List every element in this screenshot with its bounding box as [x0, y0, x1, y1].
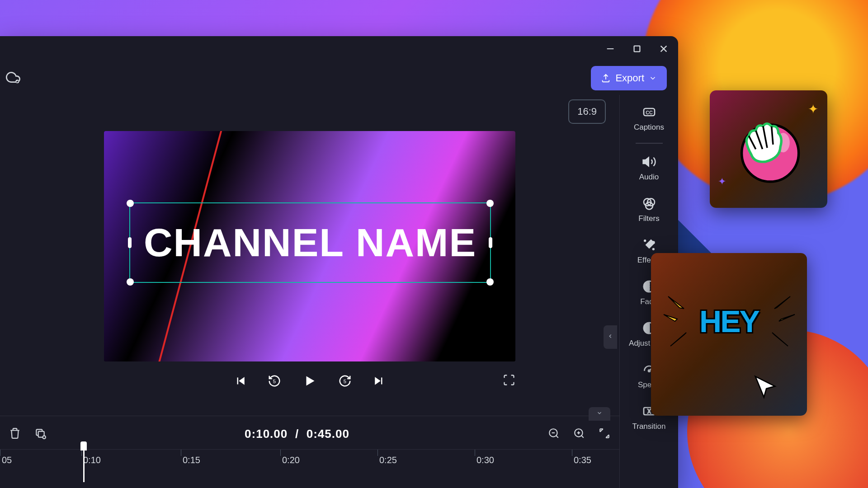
sidebar-item-filters[interactable]: Filters — [620, 191, 678, 229]
delete-button[interactable] — [9, 427, 21, 441]
preview-canvas[interactable]: CHANNEL NAME — [104, 131, 515, 361]
svg-marker-41 — [670, 333, 686, 346]
video-editor-window: Export 16:9 CHANNEL NAME — [0, 36, 678, 488]
zoom-out-button[interactable] — [548, 427, 560, 441]
export-label: Export — [615, 72, 644, 84]
maximize-button[interactable] — [632, 43, 642, 54]
ruler-tick-label: 0:25 — [379, 455, 397, 465]
resize-handle-mr[interactable] — [489, 237, 492, 248]
rewind-5-button[interactable]: 5 — [268, 374, 281, 388]
text-element-selected[interactable]: CHANNEL NAME — [129, 202, 491, 283]
resize-handle-br[interactable] — [486, 278, 494, 286]
sparkle-icon: ✦ — [718, 176, 726, 188]
sidebar-item-captions[interactable]: CC Captions — [620, 99, 678, 137]
hey-sticker-text: HEY — [699, 304, 759, 339]
ruler-tick-label: 0:20 — [282, 455, 300, 465]
aspect-ratio-button[interactable]: 16:9 — [568, 99, 606, 124]
ruler-tick-label: 0:35 — [574, 455, 591, 465]
svg-point-26 — [644, 240, 646, 241]
timeline-collapse-button[interactable] — [589, 407, 610, 421]
preview-area: 16:9 CHANNEL NAME 5 — [0, 95, 619, 416]
svg-point-28 — [652, 242, 654, 244]
skip-end-button[interactable] — [372, 374, 386, 388]
fullscreen-button[interactable] — [503, 374, 515, 388]
svg-text:5: 5 — [344, 379, 346, 384]
svg-marker-22 — [643, 158, 648, 166]
svg-text:CC: CC — [646, 110, 653, 115]
resize-handle-tl[interactable] — [127, 200, 134, 207]
svg-text:5: 5 — [273, 379, 276, 384]
sparkle-icon: ✦ — [808, 102, 818, 117]
cursor-icon — [750, 373, 780, 402]
svg-point-27 — [653, 249, 654, 250]
skip-start-button[interactable] — [234, 374, 247, 388]
timecode: 0:10.00 / 0:45.00 — [245, 427, 349, 441]
svg-marker-42 — [772, 333, 788, 346]
fit-timeline-button[interactable] — [599, 427, 610, 441]
resize-handle-bl[interactable] — [127, 278, 134, 286]
cloud-sync-icon[interactable] — [6, 70, 20, 86]
svg-marker-39 — [779, 314, 795, 321]
ruler-tick-label: 05 — [2, 455, 12, 465]
export-button[interactable]: Export — [591, 66, 667, 90]
close-button[interactable] — [658, 43, 669, 54]
canvas-text: CHANNEL NAME — [144, 220, 476, 266]
resize-handle-tr[interactable] — [486, 200, 494, 207]
svg-marker-37 — [664, 314, 677, 321]
svg-rect-1 — [634, 46, 640, 52]
titlebar — [0, 36, 678, 61]
zoom-in-button[interactable] — [573, 427, 585, 441]
timeline: 0:10.00 / 0:45.00 050:100:150:200:250:30… — [0, 416, 619, 488]
timeline-ruler[interactable]: 050:100:150:200:250:300:35 — [0, 449, 619, 476]
toolbar: Export — [0, 61, 678, 95]
ruler-tick-label: 0:30 — [476, 455, 494, 465]
svg-marker-40 — [774, 296, 790, 309]
play-button[interactable] — [302, 373, 318, 389]
svg-marker-38 — [668, 296, 684, 309]
minimize-button[interactable] — [605, 43, 616, 54]
svg-line-10 — [556, 436, 558, 438]
forward-5-button[interactable]: 5 — [338, 374, 352, 388]
sticker-preview-hey[interactable]: HEY — [651, 253, 807, 416]
svg-line-13 — [581, 436, 584, 438]
resize-handle-ml[interactable] — [128, 237, 132, 248]
sticker-preview-hand[interactable]: ✦ ✦ — [710, 90, 827, 208]
sidebar-collapse-button[interactable] — [604, 325, 617, 349]
duplicate-button[interactable] — [34, 427, 46, 441]
ruler-tick-label: 0:10 — [83, 455, 101, 465]
svg-point-33 — [648, 370, 650, 372]
sidebar-item-audio[interactable]: Audio — [620, 149, 678, 187]
playback-controls: 5 5 — [104, 373, 515, 389]
ruler-tick-label: 0:15 — [183, 455, 200, 465]
